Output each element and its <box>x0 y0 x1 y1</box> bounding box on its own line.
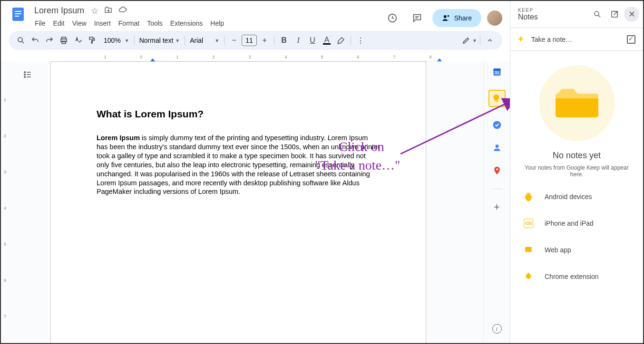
lock-icon <box>442 14 450 22</box>
svg-point-27 <box>496 168 498 170</box>
move-icon[interactable] <box>104 6 113 16</box>
edit-mode-icon[interactable]: ▼ <box>462 34 477 47</box>
zoom-dropdown[interactable]: 100%▼ <box>100 37 131 44</box>
font-size-increase[interactable]: + <box>258 34 271 47</box>
svg-rect-24 <box>496 101 498 102</box>
side-rail: 31 + i <box>483 61 510 343</box>
font-size-input[interactable]: 11 <box>242 35 257 46</box>
svg-rect-2 <box>15 13 21 14</box>
menu-edit[interactable]: Edit <box>50 18 68 29</box>
redo-icon[interactable] <box>43 34 56 47</box>
horizontal-ruler[interactable]: 1012345678 <box>12 54 510 61</box>
svg-rect-3 <box>15 16 19 17</box>
vertical-ruler[interactable]: 12345678 <box>1 61 12 343</box>
tasks-icon[interactable] <box>492 120 502 130</box>
svg-point-33 <box>529 194 530 195</box>
menu-insert[interactable]: Insert <box>91 18 114 29</box>
underline-icon[interactable]: U <box>306 34 319 47</box>
empty-folder-illustration <box>539 65 615 141</box>
svg-rect-1 <box>15 11 21 12</box>
add-addon-icon[interactable]: + <box>492 202 502 212</box>
svg-rect-35 <box>525 247 532 248</box>
outline-toggle[interactable] <box>20 67 35 82</box>
extension-icon <box>524 272 533 281</box>
android-icon <box>524 192 533 201</box>
menu-tools[interactable]: Tools <box>144 18 166 29</box>
empty-title: No notes yet <box>520 151 634 161</box>
more-icon[interactable]: ⋮ <box>354 34 367 47</box>
info-icon[interactable]: i <box>492 324 502 334</box>
menu-extensions[interactable]: Extensions <box>167 18 206 29</box>
platform-chrome-ext[interactable]: Chrome extension <box>524 272 634 281</box>
menu-view[interactable]: View <box>69 18 90 29</box>
document-page[interactable]: What is Lorem Ipsum? Lorem Ipsum is simp… <box>50 61 426 343</box>
font-dropdown[interactable]: Arial▼ <box>188 37 221 44</box>
take-note-label: Take a note… <box>531 36 619 43</box>
keep-close-icon[interactable]: ✕ <box>624 7 639 22</box>
ios-icon: iOS <box>524 219 533 228</box>
app-header: Lorem Ipsum ☆ File Edit View Insert Form… <box>1 1 510 29</box>
style-dropdown[interactable]: Normal text▼ <box>137 37 182 44</box>
keep-label: KEEP <box>518 8 590 13</box>
menu-help[interactable]: Help <box>207 18 227 29</box>
text-color-icon[interactable]: A <box>320 34 333 47</box>
empty-subtitle: Your notes from Google Keep will appear … <box>520 164 634 178</box>
bold-icon[interactable]: B <box>277 34 291 47</box>
maps-icon[interactable] <box>492 166 502 175</box>
svg-point-16 <box>24 74 26 76</box>
calendar-icon[interactable]: 31 <box>492 67 502 76</box>
comments-icon[interactable] <box>408 9 427 28</box>
doc-paragraph: Lorem Ipsum is simply dummy text of the … <box>97 134 380 196</box>
svg-point-9 <box>18 38 22 42</box>
platform-web[interactable]: Web app <box>524 245 634 255</box>
doc-heading: What is Lorem Ipsum? <box>97 107 380 120</box>
keep-panel: KEEP Notes ✕ + Take a note… No notes yet… <box>510 1 643 343</box>
svg-point-29 <box>595 11 599 16</box>
share-label: Share <box>454 14 472 22</box>
history-icon[interactable] <box>383 9 402 28</box>
plus-icon: + <box>518 34 524 45</box>
svg-rect-14 <box>89 37 93 39</box>
svg-text:31: 31 <box>495 70 499 75</box>
svg-point-32 <box>527 194 528 195</box>
keep-search-icon[interactable] <box>590 7 605 22</box>
search-icon[interactable] <box>14 34 28 47</box>
user-avatar[interactable] <box>487 10 502 26</box>
highlight-icon[interactable] <box>334 34 348 47</box>
svg-point-8 <box>447 15 449 17</box>
svg-point-15 <box>24 72 26 73</box>
docs-logo[interactable] <box>9 5 28 24</box>
paint-format-icon[interactable] <box>86 34 99 47</box>
share-button[interactable]: Share <box>432 9 481 27</box>
platform-ios[interactable]: iOS iPhone and iPad <box>524 219 634 228</box>
menu-format[interactable]: Format <box>115 18 143 29</box>
italic-icon[interactable]: I <box>292 34 305 47</box>
undo-icon[interactable] <box>29 34 42 47</box>
keep-open-external-icon[interactable] <box>607 7 622 22</box>
keep-icon[interactable] <box>488 90 506 107</box>
svg-point-7 <box>443 15 446 18</box>
cloud-status-icon[interactable] <box>118 6 127 16</box>
print-icon[interactable] <box>57 34 70 47</box>
svg-point-17 <box>24 76 26 78</box>
keep-title: Notes <box>518 13 590 21</box>
take-note-button[interactable]: + Take a note… <box>510 28 643 51</box>
platform-android[interactable]: Android devices <box>524 192 634 201</box>
menu-bar: File Edit View Insert Format Tools Exten… <box>31 18 379 29</box>
spellcheck-icon[interactable] <box>71 34 85 47</box>
star-icon[interactable]: ☆ <box>91 6 98 16</box>
font-size-decrease[interactable]: − <box>227 34 241 47</box>
svg-point-26 <box>495 144 498 148</box>
toolbar: 100%▼ Normal text▼ Arial▼ − 11 + B I U A… <box>9 31 502 50</box>
svg-line-30 <box>598 15 600 17</box>
new-list-icon[interactable] <box>627 35 635 44</box>
web-icon <box>524 245 533 255</box>
doc-title[interactable]: Lorem Ipsum <box>31 5 87 17</box>
collapse-toolbar-icon[interactable] <box>483 34 497 47</box>
menu-file[interactable]: File <box>31 18 49 29</box>
svg-line-10 <box>22 41 24 43</box>
contacts-icon[interactable] <box>492 143 502 153</box>
